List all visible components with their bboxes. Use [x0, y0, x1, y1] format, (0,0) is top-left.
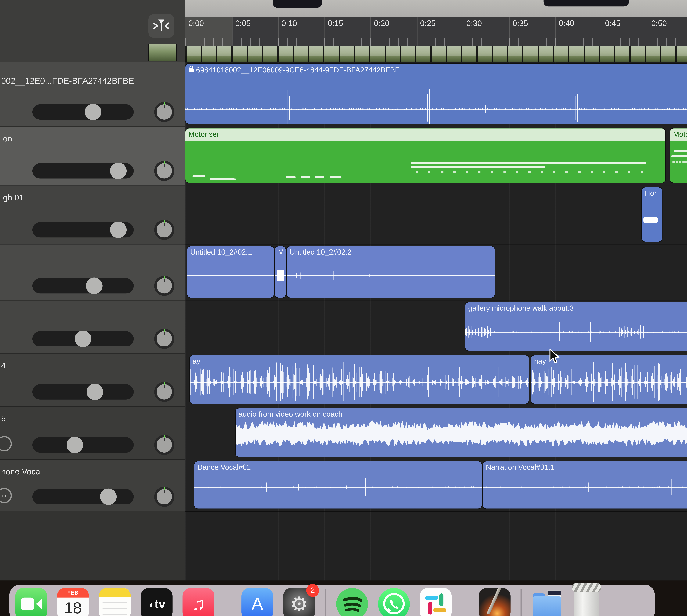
- track-header-ion[interactable]: ion: [0, 127, 185, 185]
- pan-knob[interactable]: [154, 382, 174, 402]
- pan-knob[interactable]: [154, 329, 174, 349]
- volume-slider[interactable]: [32, 331, 134, 347]
- headphones-icon[interactable]: ∩: [0, 488, 12, 503]
- pan-knob[interactable]: [154, 220, 174, 240]
- midi-sustain-dot: [541, 171, 543, 173]
- region-Untitled 10_2#02.1[interactable]: Untitled 10_2#02.1: [187, 246, 274, 298]
- midi-sustain-dot: [553, 171, 555, 173]
- region-name: gallery microphone walk about.3: [468, 304, 574, 312]
- trash-icon[interactable]: [573, 588, 599, 616]
- catch-playhead-button[interactable]: [148, 14, 174, 38]
- region-ay[interactable]: ay: [190, 355, 529, 403]
- video-track-thumbnail[interactable]: [148, 44, 177, 61]
- region-name: hay: [534, 357, 546, 365]
- pan-knob[interactable]: [154, 435, 174, 455]
- volume-slider-thumb[interactable]: [75, 331, 91, 347]
- lane-separator: [185, 460, 687, 460]
- region-name: Narration Vocal#01.1: [486, 463, 554, 471]
- midi-sustain-dot: [578, 171, 580, 173]
- midi-sustain-dot: [616, 171, 618, 173]
- track-header-row5[interactable]: [0, 301, 185, 354]
- pan-knob[interactable]: [154, 161, 174, 181]
- whatsapp-icon[interactable]: [378, 588, 410, 616]
- track-name-label: none Vocal: [1, 467, 42, 476]
- midi-region-header: [185, 128, 665, 141]
- calendar-icon[interactable]: FEB18: [57, 588, 89, 616]
- region-Motoriser[interactable]: Motoriser: [185, 128, 665, 183]
- downloads-icon[interactable]: [532, 588, 564, 616]
- input-monitor-icon[interactable]: [0, 436, 12, 451]
- volume-slider-thumb[interactable]: [110, 221, 127, 238]
- region-name: audio from video work on coach: [238, 410, 342, 418]
- notification-badge: 2: [306, 584, 319, 597]
- region-gallery microphone walk[interactable]: gallery microphone walk about.3: [465, 302, 687, 351]
- control-bar: [185, 0, 687, 17]
- volume-slider-thumb[interactable]: [110, 163, 127, 179]
- track-header-column: 002__12E0...FDE-BFA27442BFBEionigh 0145n…: [0, 62, 185, 511]
- volume-slider[interactable]: [32, 489, 134, 504]
- music-icon[interactable]: ♫: [183, 588, 214, 616]
- track-name-label: ion: [1, 134, 12, 143]
- midi-sustain-dot: [603, 171, 605, 173]
- lane-separator: [185, 185, 687, 186]
- region-Untitled 10_2#02.2[interactable]: Untitled 10_2#02.2: [287, 246, 495, 298]
- midi-sustain-dot: [466, 171, 468, 173]
- volume-slider[interactable]: [32, 437, 134, 453]
- midi-sustain-dot: [628, 171, 630, 173]
- garageband-icon[interactable]: [479, 588, 510, 616]
- notes-icon[interactable]: [99, 588, 131, 616]
- region-69841018002__12E06009-9C[interactable]: 69841018002__12E06009-9CE6-4844-9FDE-BFA…: [185, 64, 687, 124]
- midi-sustain-dot: [516, 171, 518, 173]
- track-header-row4[interactable]: [0, 245, 185, 301]
- midi-sustain-dot: [428, 171, 431, 173]
- volume-slider[interactable]: [32, 384, 134, 399]
- settings-icon[interactable]: ⚙2: [283, 588, 315, 616]
- region-name: Untitled 10_2#02.2: [290, 248, 351, 256]
- track-header-none Vocal[interactable]: none Vocal∩: [0, 460, 185, 511]
- region-audio from video work on[interactable]: audio from video work on coach: [235, 409, 687, 457]
- region-Dance Vocal#01[interactable]: Dance Vocal#01: [194, 461, 482, 509]
- volume-slider-thumb[interactable]: [86, 278, 102, 294]
- volume-slider-thumb[interactable]: [100, 488, 117, 505]
- midi-note: [411, 162, 646, 164]
- pan-knob[interactable]: [154, 487, 174, 507]
- region-Hor[interactable]: Hor: [642, 188, 662, 242]
- track-header-4[interactable]: 4: [0, 353, 185, 406]
- volume-slider-thumb[interactable]: [87, 383, 103, 400]
- region-name: Motoriser: [188, 130, 219, 138]
- appletv-icon[interactable]: ◖tv: [141, 588, 173, 616]
- midi-sustain-dot: [672, 161, 675, 163]
- dock-divider: [325, 589, 326, 616]
- facetime-icon[interactable]: [15, 588, 47, 616]
- region-Motoriser[interactable]: Motoriser: [670, 128, 687, 183]
- track-name-label: igh 01: [1, 193, 24, 202]
- volume-slider[interactable]: [32, 163, 134, 178]
- video-filmstrip-track[interactable]: [185, 46, 687, 64]
- region-M[interactable]: M: [275, 246, 285, 298]
- mac-screen: 0:000:050:100:150:200:250:300:350:400:45…: [0, 0, 687, 616]
- dock-divider: [521, 589, 522, 616]
- midi-sustain-dot: [676, 161, 678, 163]
- midi-note: [671, 155, 687, 157]
- midi-sustain-dot: [591, 171, 593, 173]
- pan-knob[interactable]: [154, 276, 174, 296]
- appstore-icon[interactable]: A: [242, 588, 273, 616]
- track-header-002__12E0...FDE-BFA27442BFBE[interactable]: 002__12E0...FDE-BFA27442BFBE: [0, 62, 185, 127]
- region-Narration Vocal#01.1[interactable]: Narration Vocal#01.1: [483, 461, 687, 509]
- slack-icon[interactable]: [420, 588, 452, 616]
- lane-separator: [185, 353, 687, 354]
- midi-sustain-dot: [679, 161, 681, 163]
- midi-note: [229, 178, 236, 180]
- spotify-icon[interactable]: [336, 588, 368, 616]
- volume-slider-thumb[interactable]: [67, 437, 83, 453]
- track-header-igh 01[interactable]: igh 01: [0, 185, 185, 245]
- ruler-tickmarks: [185, 38, 687, 46]
- volume-slider[interactable]: [32, 278, 134, 293]
- volume-slider-thumb[interactable]: [85, 104, 101, 120]
- track-header-5[interactable]: 5: [0, 406, 185, 460]
- volume-slider[interactable]: [32, 104, 134, 119]
- dock: FEB18◖tv♫A⚙2: [9, 585, 655, 616]
- pan-knob[interactable]: [154, 102, 174, 122]
- region-name: Motoriser: [673, 130, 687, 138]
- volume-slider[interactable]: [32, 222, 134, 238]
